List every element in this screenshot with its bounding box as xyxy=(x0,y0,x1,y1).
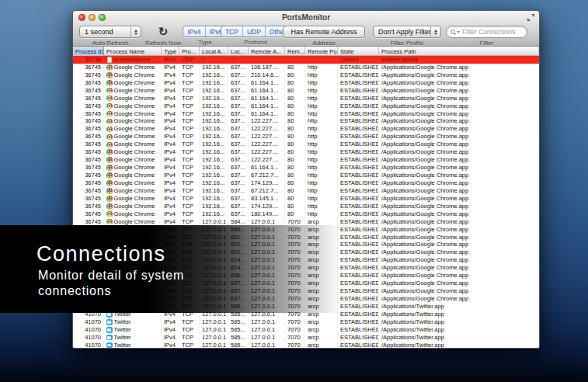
column-header-pro[interactable]: Pro... xyxy=(179,47,200,56)
column-header-state[interactable]: State xyxy=(338,47,379,56)
table-row[interactable]: 41070TwitterIPv4TCP127.0.0.1585...127.0.… xyxy=(73,334,539,342)
cell-remote-port: 80 xyxy=(285,95,305,102)
table-row[interactable]: 36745Google ChromeIPv4TCP192.16...637...… xyxy=(73,133,539,141)
cell-process-id: 36745 xyxy=(73,164,104,172)
table-row[interactable]: 41070TwitterIPv4TCP127.0.0.1585...127.0.… xyxy=(73,342,539,349)
table-row[interactable]: 36745Google ChromeIPv4TCP192.16...637...… xyxy=(73,141,539,148)
close-button[interactable] xyxy=(78,14,85,21)
table-row[interactable]: 36745Google ChromeIPv4TCP192.16...637...… xyxy=(73,210,539,218)
table-row[interactable]: 36745Google ChromeIPv4TCP192.16...637...… xyxy=(73,195,539,203)
table-row[interactable]: 36745Google ChromeIPv4TCP192.16...637...… xyxy=(73,79,539,87)
column-header-process-name[interactable]: Process Name xyxy=(104,47,162,56)
has-remote-address-button[interactable]: Has Remote Address xyxy=(283,26,364,38)
fullscreen-icon[interactable] xyxy=(527,14,534,21)
segment-tcp[interactable]: TCP xyxy=(221,26,243,36)
table-row[interactable]: 36745Google ChromeIPv4TCP192.16...637...… xyxy=(73,172,539,179)
table-row[interactable]: 36745Google ChromeIPv4TCP192.16...637...… xyxy=(73,125,539,133)
table-row[interactable]: 36745Google ChromeIPv4TCP192.16...637...… xyxy=(73,187,539,195)
cell-process-path: /Applications/Google Chrome.app xyxy=(379,87,539,95)
table-row[interactable]: 36745Google ChromeIPv4TCP192.16...637...… xyxy=(73,110,539,118)
cell-remote-address: 122.227.... xyxy=(249,141,285,148)
segment-udp[interactable]: UDP xyxy=(243,26,266,36)
table-row[interactable]: 36745Google ChromeIPv4TCP192.16...637...… xyxy=(73,102,539,110)
cell-local-port: 637... xyxy=(228,110,249,118)
cell-state: ESTABLISHED xyxy=(338,172,379,179)
popup-stepper-icon xyxy=(430,26,440,37)
cell-state: Closed xyxy=(338,56,379,64)
cell-type: IPv4 xyxy=(162,172,179,179)
cell-process-path: /Applications/Twitter.app xyxy=(379,326,539,334)
cell-local-address: 192.16... xyxy=(200,148,228,156)
cell-protocol: TCP xyxy=(179,195,200,203)
cell-remote-port: 7070 xyxy=(285,342,305,349)
column-header-remote-a[interactable]: Remote A... xyxy=(249,47,285,56)
twitter-app-icon xyxy=(106,335,113,341)
cell-protocol: TCP xyxy=(179,79,200,87)
cell-local-port: 637... xyxy=(228,179,249,187)
column-header-remote-po[interactable]: Remote Po... xyxy=(305,47,338,56)
cell-protocol: TCP xyxy=(179,118,200,126)
cell-process-name: Google Chrome xyxy=(104,118,162,126)
promo-subtitle-line1: Monitor detail of system xyxy=(38,268,184,283)
segment-ipv4[interactable]: IPv4 xyxy=(183,26,205,36)
desktop-background: { "colors": { "selected_row": "#f5291b",… xyxy=(0,0,588,382)
cell-local-address: 192.16... xyxy=(200,179,228,187)
titlebar[interactable]: PortsMonitor xyxy=(73,11,539,23)
search-input[interactable] xyxy=(462,28,524,36)
cell-process-name: Google Chrome xyxy=(104,210,162,218)
chrome-app-icon xyxy=(106,103,113,109)
table-row[interactable]: 36745Google ChromeIPv4TCP192.16...637...… xyxy=(73,164,539,172)
column-header-loc[interactable]: Loc... xyxy=(228,47,249,56)
cell-protocol: TCP xyxy=(179,187,200,195)
table-row[interactable]: 36745Google ChromeIPv4TCP192.16...637...… xyxy=(73,156,539,164)
cell-process-id: 36745 xyxy=(73,156,104,164)
cell-local-address: 192.16... xyxy=(200,125,228,133)
cell-type: IPv4 xyxy=(162,102,179,110)
cell-local-port: 585... xyxy=(228,318,249,326)
column-header-process-path[interactable]: Process Path xyxy=(379,47,539,56)
cell-type: IPv4 xyxy=(162,56,179,64)
table-row[interactable]: 36745Google ChromeIPv4TCP192.16...637...… xyxy=(73,95,539,102)
cell-process-path: /Applications/Google Chrome.app xyxy=(379,187,539,195)
cell-local-address: 127.0.0.1 xyxy=(200,334,228,342)
table-row[interactable]: 36745Google ChromeIPv4TCP192.16...637...… xyxy=(73,71,539,79)
cell-process-path: /Applications/Google Chrome.app xyxy=(379,156,539,164)
cell-process-id: 36745 xyxy=(73,71,104,79)
window-title: PortsMonitor xyxy=(73,11,539,24)
column-header-rem[interactable]: Rem... xyxy=(285,47,305,56)
cell-process-name: Google Chrome xyxy=(104,64,162,71)
column-header-local-a[interactable]: Local A... xyxy=(200,47,228,56)
table-row[interactable]: 36745Google ChromeIPv4TCP192.16...637...… xyxy=(73,148,539,156)
table-row[interactable]: 36745Google ChromeIPv4TCP192.16...637...… xyxy=(73,64,539,71)
search-field[interactable] xyxy=(446,26,527,38)
filter-profile-select[interactable]: Don't Apply Filter xyxy=(373,26,441,38)
cell-local-port: 637... xyxy=(228,203,249,210)
cell-remote-address xyxy=(249,56,285,64)
table-row[interactable]: 36745Google ChromeIPv4TCP192.16...637...… xyxy=(73,179,539,187)
table-row[interactable]: 36745Google ChromeIPv4TCP192.16...637...… xyxy=(73,87,539,95)
cell-process-id: 33738 xyxy=(73,56,104,64)
refresh-icon[interactable]: ↻ xyxy=(158,26,169,38)
zoom-button[interactable] xyxy=(99,14,106,21)
minimize-button[interactable] xyxy=(89,14,96,21)
cell-remote-address: 127.0.0.1 xyxy=(249,326,285,334)
table-row[interactable]: 36745Google ChromeIPv4TCP192.16...637...… xyxy=(73,203,539,210)
cell-local-port: 637... xyxy=(228,71,249,79)
table-row[interactable]: 33738screencaptureIPv4UDP**Closedscreenc… xyxy=(73,56,539,64)
table-row[interactable]: 41070TwitterIPv4TCP127.0.0.1585...127.0.… xyxy=(73,318,539,326)
cell-process-path: /Applications/Twitter.app xyxy=(379,318,539,326)
column-header-type[interactable]: Type xyxy=(162,47,179,56)
table-row[interactable]: 36745Google ChromeIPv4TCP192.16...637...… xyxy=(73,118,539,126)
table-header: Process ID▴Process NameTypePro...Local A… xyxy=(73,47,539,56)
cell-remote-port-name: arcp xyxy=(305,334,338,342)
cell-process-path: /Applications/Google Chrome.app xyxy=(379,287,539,295)
cell-remote-port: 80 xyxy=(285,203,305,210)
table-row[interactable]: 41070TwitterIPv4TCP127.0.0.1585...127.0.… xyxy=(73,326,539,334)
cell-process-path: /Applications/Google Chrome.app xyxy=(379,226,539,234)
cell-process-name: Google Chrome xyxy=(104,195,162,203)
cell-remote-address: 122.227.... xyxy=(249,148,285,156)
column-header-process-id[interactable]: Process ID▴ xyxy=(73,47,104,56)
cell-protocol: TCP xyxy=(179,87,200,95)
cell-state: ESTABLISHED xyxy=(338,125,379,133)
auto-refresh-select[interactable]: 1 second xyxy=(79,26,141,38)
